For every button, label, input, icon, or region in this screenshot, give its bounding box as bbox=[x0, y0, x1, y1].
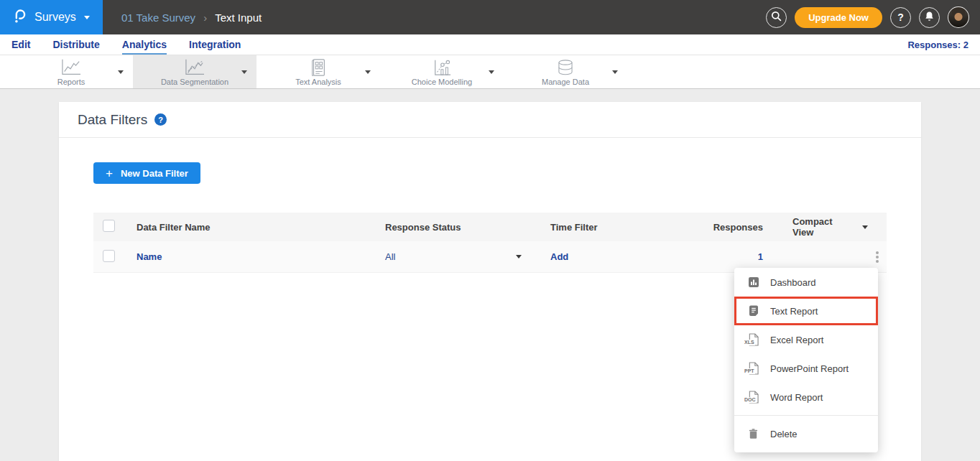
page-title: Data Filters bbox=[78, 112, 147, 128]
tab-integration[interactable]: Integration bbox=[189, 34, 241, 55]
xls-file-icon: XLS bbox=[746, 333, 760, 346]
app-menu-surveys[interactable]: Surveys bbox=[0, 0, 103, 34]
chevron-down-icon[interactable] bbox=[489, 70, 494, 74]
new-data-filter-button[interactable]: + New Data Filter bbox=[93, 162, 200, 184]
compact-view-dropdown[interactable]: Compact View bbox=[763, 216, 868, 238]
toolbar-item-label: Choice Modelling bbox=[412, 78, 472, 86]
toolbar-item-manage-data[interactable]: Manage Data bbox=[504, 55, 627, 88]
toolbar-item-data-segmentation[interactable]: Data Segmentation bbox=[133, 55, 256, 88]
chevron-down-icon[interactable] bbox=[612, 70, 618, 74]
header-responses: Responses bbox=[680, 222, 763, 233]
analytics-toolbar: Reports Data Segmentation Text Analysis … bbox=[0, 55, 980, 89]
new-data-filter-label: New Data Filter bbox=[121, 168, 188, 179]
line-chart-icon bbox=[60, 58, 83, 77]
data-filters-table: Data Filter Name Response Status Time Fi… bbox=[93, 213, 887, 273]
chevron-down-icon bbox=[84, 16, 90, 19]
toolbar-item-text-analysis[interactable]: Text Analysis bbox=[256, 55, 380, 88]
tab-analytics[interactable]: Analytics bbox=[122, 34, 167, 55]
trash-icon bbox=[746, 428, 760, 439]
menu-item-label: Delete bbox=[770, 429, 798, 439]
breadcrumb-separator: › bbox=[203, 11, 207, 24]
bell-icon bbox=[924, 11, 935, 24]
toolbar-item-choice-modelling[interactable]: Choice Modelling bbox=[380, 55, 504, 88]
topbar-actions: Upgrade Now ? bbox=[766, 6, 980, 28]
notifications-button[interactable] bbox=[919, 7, 940, 28]
questionpro-logo-icon bbox=[11, 7, 28, 27]
dashboard-icon bbox=[746, 276, 760, 288]
menu-item-excel-report[interactable]: XLS Excel Report bbox=[734, 325, 878, 354]
file-type-badge: PPT bbox=[744, 368, 755, 374]
filter-name-link[interactable]: Name bbox=[137, 251, 162, 262]
chevron-down-icon[interactable] bbox=[365, 70, 371, 74]
header-response-status: Response Status bbox=[385, 222, 550, 233]
toolbar-item-label: Text Analysis bbox=[295, 78, 341, 86]
responses-count-link[interactable]: 1 bbox=[758, 251, 763, 262]
topbar: Surveys 01 Take Survey › Text Input Upgr… bbox=[0, 0, 980, 34]
chevron-down-icon bbox=[516, 255, 522, 259]
breadcrumb: 01 Take Survey › Text Input bbox=[121, 11, 262, 24]
toolbar-item-label: Manage Data bbox=[542, 78, 589, 86]
card-header: Data Filters ? bbox=[59, 102, 921, 138]
search-icon bbox=[771, 11, 782, 24]
survey-nav-tabs: Edit Distribute Analytics Integration Re… bbox=[0, 34, 980, 55]
menu-item-text-report[interactable]: Text Report bbox=[734, 297, 878, 325]
select-all-checkbox[interactable] bbox=[103, 220, 115, 232]
question-mark-icon: ? bbox=[897, 11, 904, 23]
row-actions-kebab-icon[interactable] bbox=[876, 256, 879, 259]
tab-edit[interactable]: Edit bbox=[11, 34, 30, 55]
user-avatar[interactable] bbox=[948, 6, 969, 28]
table-header-row: Data Filter Name Response Status Time Fi… bbox=[93, 213, 887, 241]
breadcrumb-survey-name[interactable]: 01 Take Survey bbox=[121, 11, 195, 24]
toolbar-item-label: Data Segmentation bbox=[161, 78, 228, 86]
chevron-down-icon bbox=[862, 225, 868, 229]
segmentation-chart-icon bbox=[183, 58, 206, 77]
app-menu-label: Surveys bbox=[34, 11, 76, 24]
ppt-file-icon: PPT bbox=[746, 362, 760, 375]
file-type-badge: DOC bbox=[744, 397, 757, 403]
search-button[interactable] bbox=[766, 7, 787, 28]
menu-item-label: Text Report bbox=[770, 306, 818, 317]
header-data-filter-name: Data Filter Name bbox=[137, 222, 385, 233]
choice-modelling-chart-icon bbox=[431, 58, 453, 77]
menu-divider bbox=[734, 415, 878, 416]
toolbar-item-label: Reports bbox=[57, 78, 85, 86]
compact-view-label: Compact View bbox=[792, 216, 853, 238]
menu-item-delete[interactable]: Delete bbox=[734, 419, 878, 448]
text-report-icon bbox=[746, 305, 760, 317]
text-analysis-doc-icon bbox=[308, 58, 328, 77]
header-time-filter: Time Filter bbox=[550, 222, 680, 233]
breadcrumb-page-name: Text Input bbox=[215, 11, 262, 24]
chevron-down-icon[interactable] bbox=[241, 70, 247, 74]
menu-item-label: PowerPoint Report bbox=[770, 363, 849, 374]
file-type-badge: XLS bbox=[744, 340, 755, 345]
doc-file-icon: DOC bbox=[746, 391, 760, 404]
tab-distribute[interactable]: Distribute bbox=[52, 34, 99, 55]
row-checkbox[interactable] bbox=[103, 250, 115, 262]
menu-item-label: Excel Report bbox=[770, 335, 823, 345]
plus-icon: + bbox=[106, 167, 113, 180]
help-button[interactable]: ? bbox=[890, 7, 911, 28]
time-filter-add-link[interactable]: Add bbox=[550, 251, 568, 262]
menu-item-word-report[interactable]: DOC Word Report bbox=[734, 383, 878, 411]
database-icon bbox=[555, 58, 575, 77]
upgrade-now-button[interactable]: Upgrade Now bbox=[795, 7, 882, 28]
toolbar-item-reports[interactable]: Reports bbox=[9, 55, 133, 88]
menu-item-label: Word Report bbox=[770, 392, 823, 403]
main-content: Data Filters ? + New Data Filter Data Fi… bbox=[0, 89, 980, 461]
response-status-select[interactable]: All bbox=[385, 251, 522, 262]
response-status-value: All bbox=[385, 251, 395, 262]
menu-item-dashboard[interactable]: Dashboard bbox=[734, 268, 878, 297]
row-actions-menu: Dashboard Text Report XLS Excel Report P… bbox=[734, 268, 878, 452]
card-body: + New Data Filter Data Filter Name Respo… bbox=[59, 162, 921, 273]
menu-item-label: Dashboard bbox=[770, 277, 816, 288]
responses-count: Responses: 2 bbox=[907, 39, 980, 50]
help-icon[interactable]: ? bbox=[154, 113, 167, 126]
chevron-down-icon[interactable] bbox=[118, 70, 124, 74]
menu-item-powerpoint-report[interactable]: PPT PowerPoint Report bbox=[734, 354, 878, 383]
